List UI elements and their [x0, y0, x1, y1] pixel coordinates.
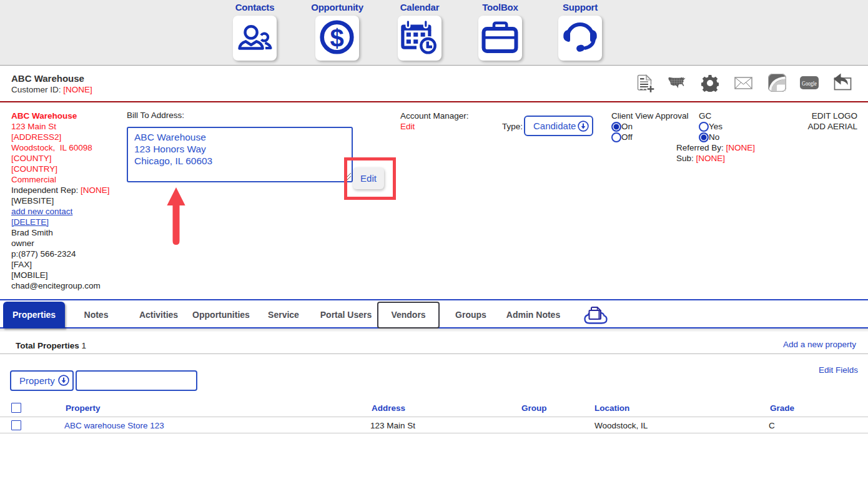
svg-text:Google: Google: [802, 80, 817, 87]
svg-text:$: $: [330, 24, 343, 52]
